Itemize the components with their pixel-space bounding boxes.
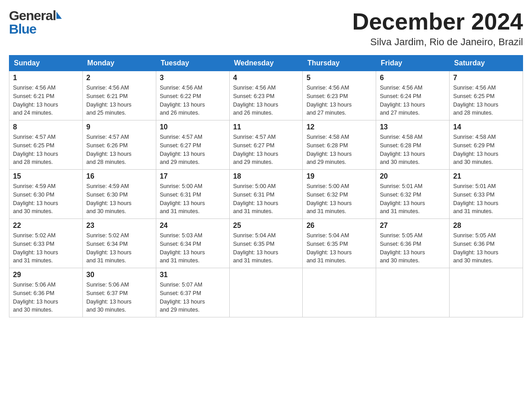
calendar-cell: 8 Sunrise: 4:57 AMSunset: 6:25 PMDayligh… — [9, 120, 83, 170]
calendar-week-row: 22 Sunrise: 5:02 AMSunset: 6:33 PMDaylig… — [9, 219, 523, 268]
day-number: 15 — [13, 172, 79, 180]
day-number: 29 — [13, 271, 79, 279]
day-info: Sunrise: 5:06 AMSunset: 6:36 PMDaylight:… — [13, 281, 79, 314]
day-info: Sunrise: 4:56 AMSunset: 6:24 PMDaylight:… — [380, 84, 446, 117]
weekday-header-tuesday: Tuesday — [156, 56, 229, 71]
calendar-cell: 18 Sunrise: 5:00 AMSunset: 6:31 PMDaylig… — [229, 170, 303, 219]
day-info: Sunrise: 4:57 AMSunset: 6:25 PMDaylight:… — [13, 133, 79, 167]
day-number: 16 — [86, 172, 152, 180]
day-info: Sunrise: 4:56 AMSunset: 6:22 PMDaylight:… — [160, 84, 226, 117]
day-number: 30 — [86, 271, 152, 279]
day-info: Sunrise: 4:57 AMSunset: 6:27 PMDaylight:… — [160, 133, 226, 167]
calendar-cell: 13 Sunrise: 4:58 AMSunset: 6:28 PMDaylig… — [376, 120, 450, 170]
day-number: 4 — [233, 74, 299, 82]
month-title: December 2024 — [352, 9, 523, 34]
calendar-cell: 30 Sunrise: 5:06 AMSunset: 6:37 PMDaylig… — [82, 268, 156, 317]
day-number: 19 — [306, 172, 372, 180]
day-info: Sunrise: 4:56 AMSunset: 6:23 PMDaylight:… — [233, 84, 299, 117]
day-number: 11 — [233, 123, 299, 131]
calendar-week-row: 8 Sunrise: 4:57 AMSunset: 6:25 PMDayligh… — [9, 120, 523, 170]
calendar-cell: 6 Sunrise: 4:56 AMSunset: 6:24 PMDayligh… — [376, 71, 450, 120]
day-number: 31 — [160, 271, 226, 279]
day-number: 6 — [380, 74, 446, 82]
logo-general-text: General — [9, 9, 56, 22]
logo: General Blue — [9, 9, 62, 36]
calendar-cell: 7 Sunrise: 4:56 AMSunset: 6:25 PMDayligh… — [450, 71, 523, 120]
day-info: Sunrise: 4:56 AMSunset: 6:23 PMDaylight:… — [306, 84, 372, 117]
calendar-cell: 29 Sunrise: 5:06 AMSunset: 6:36 PMDaylig… — [9, 268, 83, 317]
day-number: 9 — [86, 123, 152, 131]
day-number: 23 — [86, 222, 152, 230]
day-info: Sunrise: 4:58 AMSunset: 6:28 PMDaylight:… — [380, 133, 446, 167]
logo-blue-text: Blue — [9, 22, 62, 36]
day-info: Sunrise: 5:02 AMSunset: 6:33 PMDaylight:… — [13, 231, 79, 265]
calendar-week-row: 29 Sunrise: 5:06 AMSunset: 6:36 PMDaylig… — [9, 268, 523, 317]
weekday-header-monday: Monday — [82, 56, 156, 71]
day-info: Sunrise: 5:00 AMSunset: 6:31 PMDaylight:… — [233, 182, 299, 216]
day-number: 18 — [233, 172, 299, 180]
day-number: 24 — [160, 222, 226, 230]
weekday-header-saturday: Saturday — [450, 56, 523, 71]
day-info: Sunrise: 5:01 AMSunset: 6:33 PMDaylight:… — [453, 182, 519, 216]
weekday-header-friday: Friday — [376, 56, 450, 71]
day-info: Sunrise: 4:56 AMSunset: 6:25 PMDaylight:… — [453, 84, 519, 117]
calendar-cell: 20 Sunrise: 5:01 AMSunset: 6:32 PMDaylig… — [376, 170, 450, 219]
day-info: Sunrise: 5:05 AMSunset: 6:36 PMDaylight:… — [453, 231, 519, 265]
day-info: Sunrise: 4:58 AMSunset: 6:29 PMDaylight:… — [453, 133, 519, 167]
day-number: 3 — [160, 74, 226, 82]
day-info: Sunrise: 5:07 AMSunset: 6:37 PMDaylight:… — [160, 281, 226, 314]
day-number: 25 — [233, 222, 299, 230]
day-info: Sunrise: 4:58 AMSunset: 6:28 PMDaylight:… — [306, 133, 372, 167]
calendar-cell: 14 Sunrise: 4:58 AMSunset: 6:29 PMDaylig… — [450, 120, 523, 170]
day-info: Sunrise: 5:04 AMSunset: 6:35 PMDaylight:… — [233, 231, 299, 265]
calendar-cell: 11 Sunrise: 4:57 AMSunset: 6:27 PMDaylig… — [229, 120, 303, 170]
calendar-cell — [376, 268, 450, 317]
calendar-cell: 9 Sunrise: 4:57 AMSunset: 6:26 PMDayligh… — [82, 120, 156, 170]
calendar-week-row: 15 Sunrise: 4:59 AMSunset: 6:30 PMDaylig… — [9, 170, 523, 219]
weekday-header-wednesday: Wednesday — [229, 56, 303, 71]
day-info: Sunrise: 5:00 AMSunset: 6:31 PMDaylight:… — [160, 182, 226, 216]
day-info: Sunrise: 5:00 AMSunset: 6:32 PMDaylight:… — [306, 182, 372, 216]
day-number: 12 — [306, 123, 372, 131]
day-number: 28 — [453, 222, 519, 230]
day-number: 26 — [306, 222, 372, 230]
calendar-cell: 17 Sunrise: 5:00 AMSunset: 6:31 PMDaylig… — [156, 170, 229, 219]
calendar-week-row: 1 Sunrise: 4:56 AMSunset: 6:21 PMDayligh… — [9, 71, 523, 120]
day-info: Sunrise: 4:59 AMSunset: 6:30 PMDaylight:… — [86, 182, 152, 216]
day-info: Sunrise: 5:05 AMSunset: 6:36 PMDaylight:… — [380, 231, 446, 265]
day-number: 7 — [453, 74, 519, 82]
day-info: Sunrise: 5:04 AMSunset: 6:35 PMDaylight:… — [306, 231, 372, 265]
calendar-cell: 5 Sunrise: 4:56 AMSunset: 6:23 PMDayligh… — [303, 71, 376, 120]
calendar-cell: 16 Sunrise: 4:59 AMSunset: 6:30 PMDaylig… — [82, 170, 156, 219]
day-number: 13 — [380, 123, 446, 131]
calendar-cell: 19 Sunrise: 5:00 AMSunset: 6:32 PMDaylig… — [303, 170, 376, 219]
calendar-cell: 24 Sunrise: 5:03 AMSunset: 6:34 PMDaylig… — [156, 219, 229, 268]
calendar-cell: 25 Sunrise: 5:04 AMSunset: 6:35 PMDaylig… — [229, 219, 303, 268]
calendar-cell: 28 Sunrise: 5:05 AMSunset: 6:36 PMDaylig… — [450, 219, 523, 268]
logo-triangle-icon — [56, 12, 62, 19]
calendar-cell: 2 Sunrise: 4:56 AMSunset: 6:21 PMDayligh… — [82, 71, 156, 120]
day-number: 2 — [86, 74, 152, 82]
calendar-cell: 4 Sunrise: 4:56 AMSunset: 6:23 PMDayligh… — [229, 71, 303, 120]
page-header: General Blue December 2024 Silva Jardim,… — [9, 9, 523, 48]
day-info: Sunrise: 4:56 AMSunset: 6:21 PMDaylight:… — [86, 84, 152, 117]
day-info: Sunrise: 5:03 AMSunset: 6:34 PMDaylight:… — [160, 231, 226, 265]
day-number: 22 — [13, 222, 79, 230]
calendar-cell: 15 Sunrise: 4:59 AMSunset: 6:30 PMDaylig… — [9, 170, 83, 219]
day-info: Sunrise: 4:57 AMSunset: 6:26 PMDaylight:… — [86, 133, 152, 167]
day-info: Sunrise: 4:56 AMSunset: 6:21 PMDaylight:… — [13, 84, 79, 117]
day-number: 21 — [453, 172, 519, 180]
title-section: December 2024 Silva Jardim, Rio de Janei… — [352, 9, 523, 48]
calendar-cell: 10 Sunrise: 4:57 AMSunset: 6:27 PMDaylig… — [156, 120, 229, 170]
day-number: 5 — [306, 74, 372, 82]
day-info: Sunrise: 5:06 AMSunset: 6:37 PMDaylight:… — [86, 281, 152, 314]
calendar-cell: 3 Sunrise: 4:56 AMSunset: 6:22 PMDayligh… — [156, 71, 229, 120]
calendar-cell: 27 Sunrise: 5:05 AMSunset: 6:36 PMDaylig… — [376, 219, 450, 268]
day-info: Sunrise: 4:57 AMSunset: 6:27 PMDaylight:… — [233, 133, 299, 167]
day-info: Sunrise: 4:59 AMSunset: 6:30 PMDaylight:… — [13, 182, 79, 216]
weekday-header-thursday: Thursday — [303, 56, 376, 71]
location-title: Silva Jardim, Rio de Janeiro, Brazil — [352, 36, 523, 48]
calendar-cell — [303, 268, 376, 317]
day-info: Sunrise: 5:01 AMSunset: 6:32 PMDaylight:… — [380, 182, 446, 216]
day-number: 8 — [13, 123, 79, 131]
